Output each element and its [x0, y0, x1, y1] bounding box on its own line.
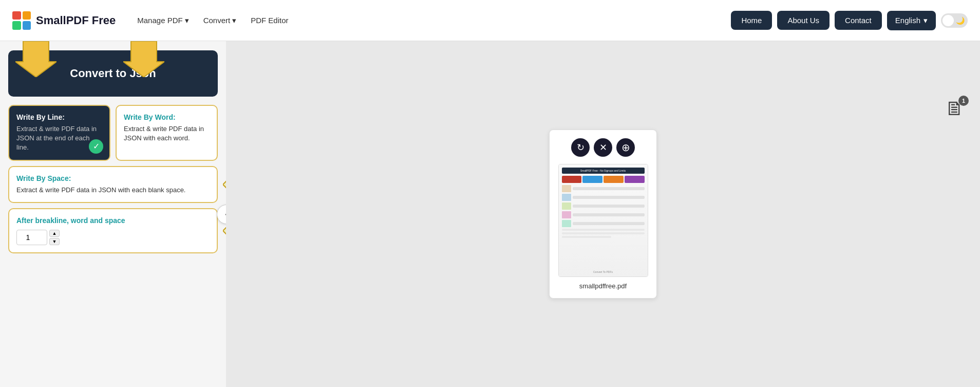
number-input-wrapper: ▲ ▼	[16, 230, 210, 245]
file-badge[interactable]: 🗎 1	[945, 98, 965, 120]
pdf-thumb-inner: SmallPDF Free - No Signups and Limits	[559, 164, 648, 277]
logo-area: SmallPDF Free	[12, 11, 116, 30]
add-icon: ⊕	[621, 141, 630, 154]
spinner-down[interactable]: ▼	[49, 238, 60, 245]
nav-right: Home About Us Contact English ▾ 🌙	[731, 11, 968, 30]
chevron-down-icon: ▾	[232, 16, 236, 25]
refresh-icon: ↻	[577, 142, 585, 153]
about-button[interactable]: About Us	[777, 11, 830, 30]
close-icon: ✕	[599, 142, 607, 153]
option-by-word-desc: Extract & write PDF data in JSON with ea…	[124, 124, 210, 143]
file-badge-inner: 🗎 1	[945, 98, 965, 120]
breakline-input[interactable]	[16, 230, 47, 245]
thumb-footer: Convert To PDFs	[562, 268, 645, 273]
pdf-actions: ↻ ✕ ⊕	[571, 138, 635, 157]
nav-manage-pdf[interactable]: Manage PDF ▾	[132, 13, 194, 28]
option-by-word-title: Write By Word:	[124, 113, 210, 121]
option-by-line-title: Write By Line:	[16, 113, 102, 121]
chevron-down-icon: ▾	[924, 16, 928, 25]
moon-icon: 🌙	[956, 16, 965, 25]
pdf-preview-card: ↻ ✕ ⊕ SmallPDF Free - No Signups and Lim…	[549, 130, 657, 299]
main-layout: Convert to Json Write By Line: Extract &…	[0, 41, 980, 387]
close-button[interactable]: ✕	[594, 138, 612, 157]
logo-text: SmallPDF Free	[36, 14, 116, 27]
option-by-space-desc: Extract & write PDF data in JSON with ea…	[16, 186, 210, 195]
toggle-knob	[943, 15, 954, 26]
file-count-badge: 1	[958, 96, 969, 106]
option-by-line[interactable]: Write By Line: Extract & write PDF data …	[8, 105, 110, 161]
navbar: SmallPDF Free Manage PDF ▾ Convert ▾ PDF…	[0, 0, 980, 41]
thumb-color-row-1	[562, 176, 645, 183]
arrow-down-2	[123, 41, 164, 77]
nav-links: Manage PDF ▾ Convert ▾ PDF Editor	[132, 13, 731, 28]
breakline-section-container: After breakline, word and space ▲ ▼	[8, 208, 218, 253]
arrow-down-1	[15, 41, 56, 77]
option-by-space-container: Write By Space: Extract & write PDF data…	[8, 166, 218, 203]
spinner-buttons: ▲ ▼	[49, 230, 60, 245]
thumb-header: SmallPDF Free - No Signups and Limits	[562, 168, 645, 174]
breakline-title: After breakline, word and space	[16, 216, 210, 225]
checkmark-icon: ✓	[89, 139, 103, 154]
spinner-up[interactable]: ▲	[49, 230, 60, 237]
options-row-1: Write By Line: Extract & write PDF data …	[8, 105, 218, 161]
options-area: Write By Line: Extract & write PDF data …	[0, 101, 226, 387]
chevron-down-icon: ▾	[185, 16, 189, 25]
chevron-left-icon: ‹	[225, 209, 226, 219]
option-by-word[interactable]: Write By Word: Extract & write PDF data …	[116, 105, 218, 161]
language-button[interactable]: English ▾	[887, 11, 936, 30]
left-panel: Convert to Json Write By Line: Extract &…	[0, 41, 226, 387]
svg-marker-0	[15, 41, 56, 77]
breakline-section: After breakline, word and space ▲ ▼	[8, 208, 218, 253]
pdf-filename: smallpdffree.pdf	[579, 282, 627, 290]
svg-marker-1	[123, 41, 164, 77]
option-by-space-title: Write By Space:	[16, 174, 210, 182]
add-button[interactable]: ⊕	[616, 138, 635, 157]
thumb-rows	[562, 185, 645, 238]
right-panel: ↻ ✕ ⊕ SmallPDF Free - No Signups and Lim…	[226, 41, 980, 387]
refresh-button[interactable]: ↻	[571, 138, 590, 157]
nav-pdf-editor[interactable]: PDF Editor	[246, 13, 293, 28]
pdf-thumbnail: SmallPDF Free - No Signups and Limits	[558, 164, 648, 277]
option-by-space[interactable]: Write By Space: Extract & write PDF data…	[8, 166, 218, 203]
nav-convert[interactable]: Convert ▾	[198, 13, 242, 28]
logo-icon	[12, 11, 31, 30]
contact-button[interactable]: Contact	[835, 11, 882, 30]
home-button[interactable]: Home	[731, 11, 772, 30]
theme-toggle[interactable]: 🌙	[941, 13, 968, 28]
